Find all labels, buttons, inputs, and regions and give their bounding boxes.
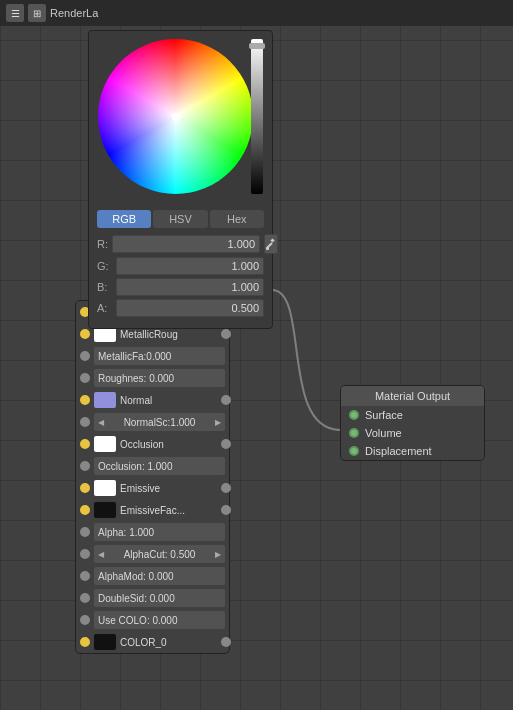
field-normalsc-label: NormalSc:1.000 [124, 417, 196, 428]
a-label: A: [97, 302, 112, 314]
field-usecolo[interactable]: Use COLO: 0.000 [94, 611, 225, 629]
layout-icon[interactable]: ⊞ [28, 4, 46, 22]
socket-normal-right[interactable] [221, 395, 231, 405]
color-picker-popup: RGB HSV Hex R: G: B: A: [88, 30, 273, 329]
socket-emissive-right[interactable] [221, 483, 231, 493]
label-volume: Volume [365, 427, 402, 439]
swatch-emissivefac[interactable] [94, 502, 116, 518]
socket-normal[interactable] [80, 395, 90, 405]
swatch-occlusion[interactable] [94, 436, 116, 452]
color-wheel-container[interactable] [98, 39, 263, 204]
field-metallicfa-label: MetallicFa:0.000 [98, 351, 171, 362]
field-doublesid[interactable]: DoubleSid: 0.000 [94, 589, 225, 607]
socket-alphamod[interactable] [80, 571, 90, 581]
b-input[interactable] [116, 278, 264, 296]
a-channel-row: A: [97, 299, 264, 317]
r-input[interactable] [112, 235, 260, 253]
output-node: Material Output Surface Volume Displacem… [340, 385, 485, 461]
socket-roughnes[interactable] [80, 373, 90, 383]
eyedropper-icon [265, 238, 277, 250]
field-usecolo-label: Use COLO: 0.000 [98, 615, 177, 626]
field-metallicfa[interactable]: MetallicFa:0.000 [94, 347, 225, 365]
r-channel-row: R: [97, 234, 264, 254]
socket-metallic[interactable] [80, 329, 90, 339]
socket-displacement[interactable] [349, 446, 359, 456]
tab-hex[interactable]: Hex [210, 210, 264, 228]
socket-usecolo[interactable] [80, 615, 90, 625]
label-displacement: Displacement [365, 445, 432, 457]
label-normal: Normal [120, 395, 152, 406]
field-alphacut[interactable]: ◀ AlphaCut: 0.500 ▶ [94, 545, 225, 563]
field-roughnes[interactable]: Roughnes: 0.000 [94, 369, 225, 387]
socket-occlusion[interactable] [80, 439, 90, 449]
output-row-displacement: Displacement [341, 442, 484, 460]
node-row-alphacut: ◀ AlphaCut: 0.500 ▶ [76, 543, 229, 565]
g-label: G: [97, 260, 112, 272]
b-channel-row: B: [97, 278, 264, 296]
label-surface: Surface [365, 409, 403, 421]
socket-color0[interactable] [80, 637, 90, 647]
arrow-left-normalsc: ◀ [98, 418, 104, 427]
field-alphacut-label: AlphaCut: 0.500 [124, 549, 196, 560]
label-emissivefac: EmissiveFac... [120, 505, 185, 516]
node-row-color0: COLOR_0 [76, 631, 229, 653]
label-occlusion: Occlusion [120, 439, 164, 450]
socket-volume[interactable] [349, 428, 359, 438]
material-node: BaseColorFa... MetallicRoug MetallicFa:0… [75, 300, 230, 654]
socket-alphacut[interactable] [80, 549, 90, 559]
field-alphamod-label: AlphaMod: 0.000 [98, 571, 174, 582]
a-input[interactable] [116, 299, 264, 317]
field-normalsc[interactable]: ◀ NormalSc:1.000 ▶ [94, 413, 225, 431]
node-row-alpha: Alpha: 1.000 [76, 521, 229, 543]
field-alphamod[interactable]: AlphaMod: 0.000 [94, 567, 225, 585]
r-label: R: [97, 238, 108, 250]
field-doublesid-label: DoubleSid: 0.000 [98, 593, 175, 604]
socket-occlusion-field[interactable] [80, 461, 90, 471]
wheel-cursor[interactable] [172, 113, 180, 121]
socket-occlusion-right[interactable] [221, 439, 231, 449]
node-row-normal: Normal [76, 389, 229, 411]
node-row-occlusion: Occlusion [76, 433, 229, 455]
socket-emissivefac-right[interactable] [221, 505, 231, 515]
socket-normalsc[interactable] [80, 417, 90, 427]
node-row-normalsc: ◀ NormalSc:1.000 ▶ [76, 411, 229, 433]
swatch-emissive[interactable] [94, 480, 116, 496]
socket-doublesid[interactable] [80, 593, 90, 603]
node-row-metallicfa: MetallicFa:0.000 [76, 345, 229, 367]
node-row-emissivefac: EmissiveFac... [76, 499, 229, 521]
swatch-normal[interactable] [94, 392, 116, 408]
field-occlusion[interactable]: Occlusion: 1.000 [94, 457, 225, 475]
socket-color0-right[interactable] [221, 637, 231, 647]
svg-rect-0 [270, 238, 274, 242]
svg-rect-2 [266, 247, 269, 250]
arrow-left-alphacut: ◀ [98, 550, 104, 559]
swatch-color0[interactable] [94, 634, 116, 650]
field-alpha-label: Alpha: 1.000 [98, 527, 154, 538]
label-emissive: Emissive [120, 483, 160, 494]
socket-alpha[interactable] [80, 527, 90, 537]
node-row-roughnes: Roughnes: 0.000 [76, 367, 229, 389]
tab-rgb[interactable]: RGB [97, 210, 151, 228]
label-metallic: MetallicRoug [120, 329, 178, 340]
g-channel-row: G: [97, 257, 264, 275]
top-bar: ☰ ⊞ RenderLa [0, 0, 513, 26]
socket-metallicfa[interactable] [80, 351, 90, 361]
socket-metallic-right[interactable] [221, 329, 231, 339]
menu-icon[interactable]: ☰ [6, 4, 24, 22]
brightness-handle[interactable] [249, 43, 265, 49]
socket-emissivefac[interactable] [80, 505, 90, 515]
tab-hsv[interactable]: HSV [153, 210, 207, 228]
field-occlusion-label: Occlusion: 1.000 [98, 461, 173, 472]
eyedropper-button[interactable] [264, 234, 278, 254]
socket-surface[interactable] [349, 410, 359, 420]
g-input[interactable] [116, 257, 264, 275]
output-row-volume: Volume [341, 424, 484, 442]
node-row-occlusion-field: Occlusion: 1.000 [76, 455, 229, 477]
brightness-slider[interactable] [251, 39, 263, 194]
render-label: RenderLa [50, 7, 98, 19]
node-row-emissive: Emissive [76, 477, 229, 499]
color-wheel[interactable] [98, 39, 253, 194]
socket-emissive[interactable] [80, 483, 90, 493]
field-alpha[interactable]: Alpha: 1.000 [94, 523, 225, 541]
node-row-usecolo: Use COLO: 0.000 [76, 609, 229, 631]
